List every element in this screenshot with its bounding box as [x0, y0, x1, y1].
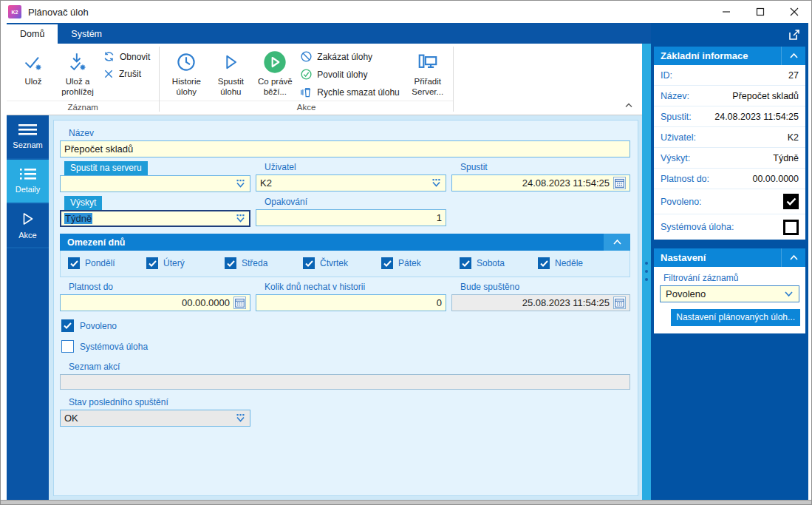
checkbox-checked-icon — [61, 319, 74, 332]
ribbon-group-zaznam: Ulož Ulož a prohlížej — [7, 44, 159, 115]
filtrovani-zaznamu-label: Filtrování záznamů — [663, 273, 805, 283]
uzivatel-label: Uživatel — [265, 162, 446, 172]
refresh-icon — [103, 50, 115, 63]
omezeni-dnu-title: Omezení dnů — [67, 237, 125, 248]
ribbon: Ulož Ulož a prohlížej — [7, 44, 642, 115]
disable-tasks-button[interactable]: Zakázat úlohy — [300, 50, 399, 63]
checkbox-checked-icon — [381, 257, 393, 269]
checkbox-unchecked-icon — [61, 340, 74, 353]
assign-server-button[interactable]: Přiřadit Server... — [406, 46, 450, 101]
left-sidebar: Seznam Detaily Akce — [7, 115, 49, 500]
minimize-icon — [722, 7, 731, 16]
day-checkbox-nedele[interactable]: Neděle — [538, 257, 616, 269]
info-row-id: ID: 27 — [654, 65, 805, 86]
platnost-do-field[interactable]: 00.00.0000 — [60, 294, 250, 311]
uzivatel-field[interactable]: K2 — [256, 174, 446, 192]
info-row-systemova-uloha: Systémová úloha: — [654, 214, 805, 240]
info-row-povoleno: Povoleno: — [654, 189, 805, 214]
systemova-uloha-checkbox[interactable]: Systémová úloha — [61, 340, 630, 353]
checkbox-checked-icon — [225, 257, 236, 269]
day-checkbox-utery[interactable]: Úterý — [146, 257, 225, 269]
nazev-label: Název — [69, 128, 630, 138]
day-checkbox-sobota[interactable]: Sobota — [460, 257, 538, 269]
vyskyt-field[interactable]: Týdně — [60, 210, 250, 227]
save-and-view-button[interactable]: Ulož a prohlížej — [55, 46, 100, 101]
app-window: K2 Plánovač úloh Domů Systém — [0, 0, 812, 505]
seznam-akci-label: Seznam akcí — [69, 362, 630, 372]
day-checkbox-patek[interactable]: Pátek — [381, 257, 460, 269]
task-history-button[interactable]: Historie úlohy — [164, 46, 208, 101]
info-row-nazev: Název: Přepočet skladů — [654, 86, 805, 106]
panel-splitter[interactable] — [642, 44, 651, 500]
checkbox-checked-icon — [146, 257, 158, 269]
nazev-field[interactable]: Přepočet skladů — [60, 140, 630, 157]
spustit-field[interactable]: 24.08.2023 11:54:25 — [451, 174, 630, 192]
window-title: Plánovač úloh — [28, 7, 89, 18]
sidebar-item-detaily[interactable]: Detaily — [7, 160, 49, 204]
dropdown-icon[interactable] — [235, 413, 246, 423]
sidebar-item-seznam[interactable]: Seznam — [7, 115, 49, 160]
day-checkbox-pondeli[interactable]: Pondělí — [68, 257, 146, 269]
stav-posledniho-spusteni-field[interactable]: OK — [60, 410, 250, 427]
checkbox-unchecked-icon — [783, 220, 799, 235]
tab-system[interactable]: Systém — [58, 24, 115, 44]
refresh-button[interactable]: Obnovit — [103, 50, 150, 63]
maximize-icon — [756, 7, 765, 16]
minimize-button[interactable] — [709, 1, 743, 23]
zakladni-informace-header: Základní informace — [654, 47, 805, 65]
filtrovani-zaznamu-dropdown[interactable]: Povoleno — [660, 285, 799, 302]
enable-tasks-button[interactable]: Povolit úlohy — [300, 68, 399, 81]
detail-list-icon — [20, 169, 36, 180]
run-task-button[interactable]: Spustit úlohu — [208, 46, 253, 101]
kolik-dnu-field[interactable]: 0 — [256, 294, 446, 311]
collapse-panel-button[interactable] — [781, 47, 805, 65]
external-link-icon — [788, 28, 801, 41]
maximize-button[interactable] — [743, 1, 777, 23]
collapse-group-button[interactable] — [604, 234, 630, 251]
checkbox-checked-icon — [783, 194, 799, 209]
dropdown-icon[interactable] — [431, 178, 442, 188]
collapse-panel-button[interactable] — [781, 248, 805, 267]
open-in-window-button[interactable] — [788, 28, 801, 44]
quick-delete-button[interactable]: Rychle smazat úlohu — [300, 86, 399, 98]
day-checkbox-streda[interactable]: Středa — [225, 257, 303, 269]
opakovani-field[interactable]: 1 — [256, 209, 446, 226]
calendar-icon[interactable] — [613, 177, 626, 189]
ribbon-separator — [453, 47, 454, 112]
task-detail-form: Název Přepočet skladů Spustit na serveru… — [53, 120, 638, 496]
running-now-button[interactable]: Co právě běží... — [253, 46, 297, 101]
dropdown-icon[interactable] — [235, 179, 246, 189]
vyskyt-label[interactable]: Výskyt — [64, 196, 102, 210]
povoleno-checkbox[interactable]: Povoleno — [61, 319, 630, 332]
quick-delete-icon — [300, 86, 313, 98]
spustit-na-serveru-field[interactable] — [60, 175, 250, 192]
nastaveni-header: Nastavení — [654, 248, 805, 267]
k2-logo-icon: K2 — [8, 5, 21, 18]
omezeni-dnu-body: Pondělí Úterý Středa Čtvrtek Pátek — [60, 251, 630, 277]
ribbon-collapse-button[interactable] — [624, 98, 633, 111]
bude-spusteno-field: 25.08.2023 11:54:25 — [451, 294, 630, 311]
history-icon — [175, 49, 197, 75]
platnost-do-label: Platnost do — [69, 282, 250, 292]
kolik-dnu-label: Kolik dnů nechat v historii — [265, 282, 446, 292]
splitter-handle — [645, 262, 648, 281]
right-panel-toolbar — [651, 23, 808, 47]
save-button[interactable]: Ulož — [11, 46, 55, 101]
dropdown-icon[interactable] — [235, 214, 246, 223]
window-resize-border[interactable] — [1, 500, 811, 504]
group-label-akce: Akce — [160, 101, 452, 115]
close-button[interactable] — [777, 1, 811, 23]
window-controls — [709, 1, 811, 23]
checkbox-checked-icon — [460, 257, 471, 269]
tab-domu[interactable]: Domů — [7, 24, 58, 44]
sidebar-item-akce[interactable]: Akce — [7, 204, 49, 248]
spustit-na-serveru-label[interactable]: Spustit na serveru — [64, 161, 148, 175]
main-area: Název Přepočet skladů Spustit na serveru… — [49, 115, 642, 500]
calendar-icon[interactable] — [233, 296, 246, 309]
info-row-spustit: Spustit: 24.08.2023 11:54:25 — [654, 106, 805, 127]
nastaveni-planovanych-uloh-button[interactable]: Nastavení plánovaných úloh... — [671, 309, 800, 326]
run-task-icon — [220, 49, 241, 75]
cancel-button[interactable]: Zrušit — [103, 68, 150, 80]
day-checkbox-ctvrtek[interactable]: Čtvrtek — [303, 257, 381, 269]
group-label-zaznam: Záznam — [7, 101, 159, 115]
